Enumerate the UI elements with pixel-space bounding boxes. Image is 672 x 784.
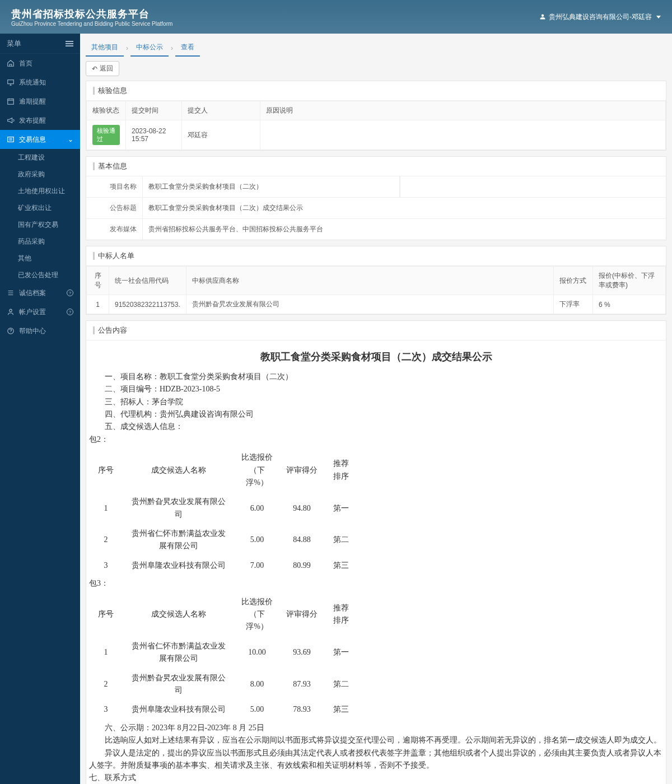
menu-header: 菜单 xyxy=(0,34,80,54)
nav-label: 逾期提醒 xyxy=(19,97,46,106)
nav-label: 交易信息 xyxy=(19,135,46,144)
ann-para: 比选响应人如对上述结果有异议，应当在公示期间以书面形式将异议提交至代理公司，逾期… xyxy=(89,734,663,746)
breadcrumb: 其他项目 › 中标公示 › 查看 xyxy=(80,34,672,57)
form-label: 公告标题 xyxy=(86,198,142,218)
nav-sub-property[interactable]: 国有产权交易 xyxy=(0,216,80,233)
th: 比选报价（下浮%） xyxy=(235,448,279,492)
form-value: 贵州省招标投标公共服务平台、中国招标投标公共服务平台 xyxy=(142,219,666,240)
th: 推荐排序 xyxy=(324,448,358,492)
th: 序号 xyxy=(89,592,123,637)
announcement-title: 教职工食堂分类采购食材项目（二次）成交结果公示 xyxy=(89,349,663,365)
nav-sub-published[interactable]: 已发公告处理 xyxy=(0,267,80,283)
th-method: 报价方式 xyxy=(554,267,593,295)
svg-rect-1 xyxy=(8,99,14,105)
cell-code: 91520382322113753. xyxy=(109,295,186,314)
main-content: 其他项目 › 中标公示 › 查看 ↶ 返回 核验信息 核验状态 提交时间 提交人… xyxy=(80,34,672,784)
panel-header: 核验信息 xyxy=(86,81,666,101)
th: 比选报价（下浮%） xyxy=(235,592,279,637)
nav-home[interactable]: 首页 xyxy=(0,54,80,73)
list-icon xyxy=(7,289,15,297)
table-row: 核验通过 2023-08-22 15:57 邓廷容 xyxy=(87,120,666,150)
breadcrumb-item[interactable]: 查看 xyxy=(175,39,200,57)
ann-para: 异议人是法定的，提出的异议应当以书面形式且必须由其法定代表人或者授权代表签字并盖… xyxy=(89,747,663,772)
calendar-icon xyxy=(7,97,15,105)
panel-header: 公告内容 xyxy=(86,321,666,340)
verify-panel: 核验信息 核验状态 提交时间 提交人 原因说明 核验通过 2023-08-22 … xyxy=(86,81,666,151)
nav-sub-drug[interactable]: 药品采购 xyxy=(0,233,80,250)
pkg3-table: 序号 成交候选人名称 比选报价（下浮%） 评审得分 推荐排序 1贵州省仁怀市黔满… xyxy=(89,592,358,720)
nav-label: 发布提醒 xyxy=(19,116,46,125)
form-label: 项目名称 xyxy=(86,176,142,197)
th: 评审得分 xyxy=(279,592,324,637)
monitor-icon xyxy=(7,78,15,86)
header-bar-icon xyxy=(93,252,95,260)
cell-method: 下浮率 xyxy=(554,295,593,314)
panel-title: 核验信息 xyxy=(98,86,127,96)
pkg3-label: 包3： xyxy=(89,577,663,590)
form-label: 发布媒体 xyxy=(86,219,142,240)
app-subtitle: GuiZhou Province Tendering and Bidding P… xyxy=(11,21,172,27)
form-value: 教职工食堂分类采购食材项目（二次） xyxy=(142,176,400,197)
cell-name: 贵州黔旮旯农业发展有限公司 xyxy=(186,295,553,314)
nav-credit[interactable]: 诚信档案 ? xyxy=(0,283,80,302)
nav-label: 首页 xyxy=(19,59,32,68)
panel-title: 公告内容 xyxy=(98,325,127,335)
user-icon xyxy=(539,13,546,20)
chevron-down-icon xyxy=(656,16,661,18)
ann-line: 一、项目名称：教职工食堂分类采购食材项目（二次） xyxy=(89,371,663,383)
content-panel: 公告内容 教职工食堂分类采购食材项目（二次）成交结果公示 一、项目名称：教职工食… xyxy=(86,320,666,784)
th-name: 中标供应商名称 xyxy=(186,267,553,295)
th: 成交候选人名称 xyxy=(123,592,235,637)
sidebar: 菜单 首页 系统通知 逾期提醒 发布提醒 交易信息 ⌄ 工程建设 政府采购 土地… xyxy=(0,34,80,784)
th: 成交候选人名称 xyxy=(123,448,235,492)
chevron-down-icon: ⌄ xyxy=(68,136,73,143)
th: 推荐排序 xyxy=(324,592,358,637)
cell-price: 6 % xyxy=(593,295,666,314)
nav-sub-construction[interactable]: 工程建设 xyxy=(0,149,80,166)
th-submitter: 提交人 xyxy=(182,101,260,120)
header-brand: 贵州省招标投标公共服务平台 GuiZhou Province Tendering… xyxy=(11,7,172,27)
nav-account[interactable]: 帐户设置 ? xyxy=(0,302,80,321)
ann-line: 二、项目编号：HDZB-2023-108-5 xyxy=(89,383,663,395)
nav-overdue[interactable]: 逾期提醒 xyxy=(0,92,80,111)
ann-line: 六、公示期：2023年 8月22日-2023年 8 月 25日 xyxy=(89,722,663,734)
nav-notice[interactable]: 系统通知 xyxy=(0,73,80,92)
help-icon xyxy=(7,327,15,335)
breadcrumb-item[interactable]: 中标公示 xyxy=(130,39,169,57)
th-time: 提交时间 xyxy=(126,101,182,120)
megaphone-icon xyxy=(7,116,15,124)
breadcrumb-sep: › xyxy=(169,44,175,52)
user-menu[interactable]: 贵州弘典建设咨询有限公司-邓廷容 xyxy=(539,12,661,22)
nav-sub-other[interactable]: 其他 xyxy=(0,250,80,267)
pkg2-label: 包2： xyxy=(89,433,663,446)
nav-trade[interactable]: 交易信息 ⌄ xyxy=(0,130,80,149)
table-row: 2贵州省仁怀市黔满益农业发展有限公司5.0084.88第二 xyxy=(89,524,358,556)
panel-header: 中标人名单 xyxy=(86,246,666,266)
app-title: 贵州省招标投标公共服务平台 xyxy=(11,7,172,21)
winner-table: 序号 统一社会信用代码 中标供应商名称 报价方式 报价(中标价、下浮率或费率) … xyxy=(86,266,666,314)
cell-time: 2023-08-22 15:57 xyxy=(126,120,182,150)
verify-table: 核验状态 提交时间 提交人 原因说明 核验通过 2023-08-22 15:57… xyxy=(86,101,666,150)
th-reason: 原因说明 xyxy=(260,101,666,120)
cell-reason xyxy=(260,120,666,150)
back-button[interactable]: ↶ 返回 xyxy=(86,61,119,76)
form-value: 教职工食堂分类采购食材项目（二次）成交结果公示 xyxy=(142,198,666,218)
breadcrumb-item[interactable]: 其他项目 xyxy=(86,39,124,57)
nav-help[interactable]: 帮助中心 xyxy=(0,321,80,340)
th-price: 报价(中标价、下浮率或费率) xyxy=(593,267,666,295)
header-bar-icon xyxy=(93,162,95,170)
nav-label: 系统通知 xyxy=(19,78,46,87)
nav-publish[interactable]: 发布提醒 xyxy=(0,111,80,130)
table-row: 2贵州黔旮旯农业发展有限公司8.0087.93第二 xyxy=(89,669,358,701)
panel-title: 基本信息 xyxy=(98,161,127,171)
nav-sub-land[interactable]: 土地使用权出让 xyxy=(0,183,80,199)
nav-sub-mining[interactable]: 矿业权出让 xyxy=(0,199,80,216)
svg-point-3 xyxy=(10,309,12,311)
th-status: 核验状态 xyxy=(87,101,126,120)
form-row: 公告标题 教职工食堂分类采购食材项目（二次）成交结果公示 xyxy=(86,198,666,219)
svg-rect-2 xyxy=(8,137,14,142)
nav-sub-gov[interactable]: 政府采购 xyxy=(0,166,80,183)
home-icon xyxy=(7,59,15,67)
svg-rect-0 xyxy=(8,80,14,84)
hamburger-icon[interactable] xyxy=(66,41,73,46)
